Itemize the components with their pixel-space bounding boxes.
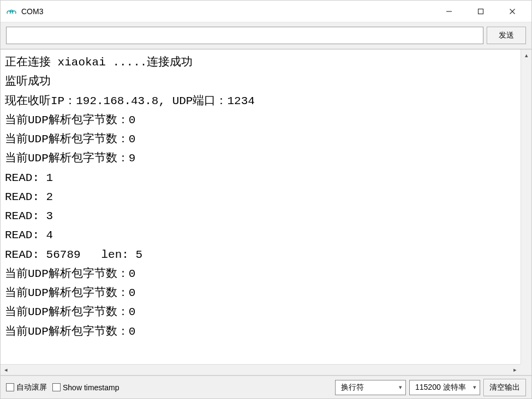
show-timestamp-checkbox[interactable]: Show timestamp: [52, 383, 119, 392]
serial-input[interactable]: [6, 27, 483, 44]
scroll-right-icon[interactable]: ▸: [510, 365, 521, 375]
minimize-button[interactable]: [433, 1, 465, 22]
console-area: 正在连接 xiaokai .....连接成功 监听成功 现在收听IP：192.1…: [1, 49, 531, 376]
scroll-corner: [521, 364, 531, 375]
autoscroll-label: 自动滚屏: [16, 383, 47, 392]
line-ending-select[interactable]: 换行符 ▾: [335, 380, 406, 395]
checkbox-icon: [52, 383, 61, 391]
checkbox-icon: [6, 383, 14, 391]
serial-monitor-window: COM3 发送 正在连接 xiaokai .....连接成功 监听成功 现在收听…: [0, 0, 532, 399]
scroll-up-icon[interactable]: ▴: [521, 50, 531, 61]
baud-rate-select[interactable]: 115200 波特率 ▾: [409, 380, 480, 395]
show-timestamp-label: Show timestamp: [63, 383, 119, 392]
arduino-infinity-icon: [6, 6, 17, 17]
vertical-scrollbar[interactable]: ▴: [521, 50, 531, 364]
window-title: COM3: [21, 7, 43, 16]
scroll-left-icon[interactable]: ◂: [1, 365, 11, 375]
autoscroll-checkbox[interactable]: 自动滚屏: [6, 383, 47, 392]
baud-rate-value: 115200 波特率: [415, 383, 468, 392]
line-ending-value: 换行符: [341, 383, 393, 392]
console-output[interactable]: 正在连接 xiaokai .....连接成功 监听成功 现在收听IP：192.1…: [1, 50, 521, 364]
send-button[interactable]: 发送: [487, 27, 526, 44]
titlebar: COM3: [1, 1, 531, 22]
close-button[interactable]: [497, 1, 528, 22]
chevron-down-icon: ▾: [399, 384, 402, 391]
horizontal-scrollbar[interactable]: ◂ ▸: [1, 364, 521, 375]
footer-bar: 自动滚屏 Show timestamp 换行符 ▾ 115200 波特率 ▾ 清…: [1, 376, 531, 398]
maximize-button[interactable]: [465, 1, 497, 22]
window-controls: [433, 1, 528, 22]
chevron-down-icon: ▾: [473, 384, 476, 391]
clear-output-button[interactable]: 清空输出: [483, 379, 526, 396]
send-row: 发送: [1, 22, 531, 49]
svg-rect-1: [479, 9, 483, 14]
